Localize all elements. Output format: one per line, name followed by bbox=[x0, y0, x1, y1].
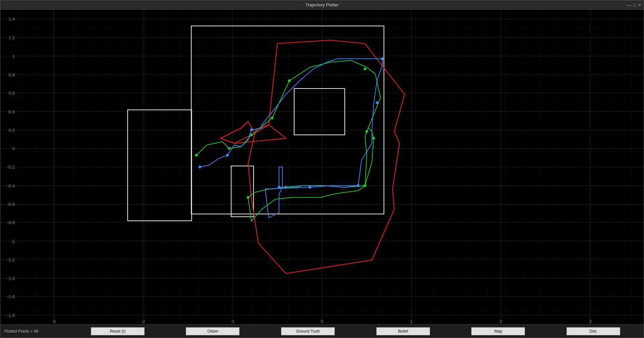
svg-point-48 bbox=[357, 184, 360, 187]
bottom-bar: Plotted Points = 49 Reset (r) Odom Groun… bbox=[0, 324, 644, 338]
window-controls[interactable]: — □ × bbox=[627, 2, 641, 8]
svg-text:-0.2: -0.2 bbox=[7, 165, 15, 170]
ground-truth-button[interactable]: Ground Truth bbox=[281, 327, 335, 335]
svg-text:1.2: 1.2 bbox=[9, 35, 15, 40]
svg-point-46 bbox=[278, 186, 280, 188]
plotted-points-label: Plotted Points = 49 bbox=[4, 329, 38, 334]
svg-point-30 bbox=[195, 154, 198, 157]
svg-text:-0.8: -0.8 bbox=[7, 220, 15, 225]
svg-point-47 bbox=[309, 186, 311, 188]
plot-canvas[interactable]: 1.4 1.2 1 0.8 0.6 0.4 0.2 0 -0.2 -0.4 -0… bbox=[0, 10, 644, 324]
svg-point-40 bbox=[372, 137, 375, 139]
svg-text:-3: -3 bbox=[52, 319, 56, 324]
bottom-buttons: Reset (r) Odom Ground Truth Belief Map D… bbox=[67, 326, 644, 337]
svg-text:-0.6: -0.6 bbox=[7, 202, 15, 207]
minimize-icon[interactable]: — bbox=[627, 2, 631, 8]
svg-text:-1.2: -1.2 bbox=[7, 258, 15, 263]
svg-text:0: 0 bbox=[321, 319, 323, 324]
svg-text:-1.6: -1.6 bbox=[7, 294, 15, 299]
dist-button[interactable]: Dist. bbox=[567, 327, 620, 335]
svg-point-37 bbox=[364, 184, 366, 187]
reset-button[interactable]: Reset (r) bbox=[91, 327, 145, 335]
svg-text:0.2: 0.2 bbox=[9, 128, 15, 133]
svg-point-43 bbox=[250, 128, 253, 131]
svg-point-45 bbox=[376, 101, 378, 104]
svg-text:1.4: 1.4 bbox=[9, 16, 15, 21]
status-area: Plotted Points = 49 bbox=[0, 329, 67, 334]
svg-text:1: 1 bbox=[12, 54, 15, 59]
svg-point-42 bbox=[226, 154, 229, 157]
window-title: Trajectory Plotter bbox=[306, 2, 339, 7]
svg-text:3: 3 bbox=[589, 319, 591, 324]
close-icon[interactable]: × bbox=[638, 2, 641, 8]
svg-point-31 bbox=[228, 147, 230, 150]
svg-point-41 bbox=[199, 166, 201, 168]
svg-point-35 bbox=[364, 67, 366, 70]
plot-area: 1.4 1.2 1 0.8 0.6 0.4 0.2 0 -0.2 -0.4 -0… bbox=[0, 10, 644, 324]
svg-point-38 bbox=[247, 196, 249, 199]
svg-text:0.8: 0.8 bbox=[9, 72, 15, 77]
maximize-icon[interactable]: □ bbox=[633, 2, 636, 8]
svg-text:0: 0 bbox=[12, 146, 15, 151]
svg-point-34 bbox=[288, 79, 290, 82]
svg-point-32 bbox=[250, 133, 253, 136]
svg-text:1: 1 bbox=[410, 319, 413, 324]
svg-text:-1.4: -1.4 bbox=[7, 276, 15, 281]
svg-text:0.6: 0.6 bbox=[9, 91, 15, 96]
svg-text:2: 2 bbox=[500, 319, 502, 324]
odom-button[interactable]: Odom bbox=[186, 327, 239, 335]
svg-text:-1.8: -1.8 bbox=[7, 313, 15, 318]
svg-text:-0.4: -0.4 bbox=[7, 183, 15, 188]
svg-point-33 bbox=[271, 117, 273, 119]
main-window: Trajectory Plotter — □ × bbox=[0, 0, 644, 338]
svg-text:-2: -2 bbox=[141, 319, 145, 324]
svg-point-44 bbox=[381, 57, 383, 60]
title-bar: Trajectory Plotter — □ × bbox=[0, 0, 644, 10]
svg-text:0.4: 0.4 bbox=[9, 109, 15, 114]
svg-point-36 bbox=[365, 130, 368, 133]
map-button[interactable]: Map bbox=[471, 327, 525, 335]
svg-text:-1: -1 bbox=[11, 239, 15, 244]
belief-button[interactable]: Belief bbox=[376, 327, 430, 335]
svg-text:-1: -1 bbox=[230, 319, 234, 324]
